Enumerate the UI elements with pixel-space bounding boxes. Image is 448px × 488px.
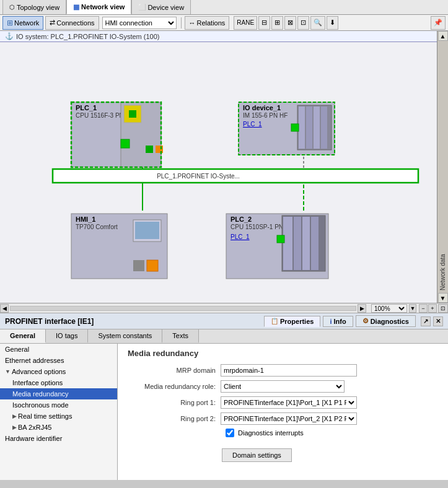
texts-subtab[interactable]: Texts xyxy=(162,329,199,343)
toolbar-zoom-in[interactable]: 🔍 xyxy=(310,16,325,30)
svg-rect-33 xyxy=(147,260,158,271)
media-role-row: Media redundancy role: Client xyxy=(128,380,438,393)
svg-rect-13 xyxy=(146,146,153,153)
toolbar-icon-5[interactable]: ⬇ xyxy=(327,16,338,30)
fit-view-btn[interactable]: ⊡ xyxy=(438,304,448,313)
svg-rect-25 xyxy=(291,124,299,131)
ring-port1-label: Ring port 1: xyxy=(128,399,221,406)
nav-ethernet[interactable]: Ethernet addresses xyxy=(0,355,117,366)
pin-button[interactable]: 📌 xyxy=(431,16,446,30)
expand-icon: ▼ xyxy=(5,368,11,375)
svg-text:IM 155-6 PN HF: IM 155-6 PN HF xyxy=(243,112,288,119)
network-diagram: PLC_1.PROFINET IO-Syste... PLC_1 CPU 151… xyxy=(0,43,434,300)
panel-header: PROFINET interface [IE1] 📋 Properties i … xyxy=(0,313,448,329)
topology-icon: ⬡ xyxy=(9,4,15,11)
h-scrollbar-track[interactable] xyxy=(10,306,356,311)
anchor-icon: ⚓ xyxy=(5,32,14,40)
svg-rect-40 xyxy=(294,217,301,270)
ring-port2-label: Ring port 2: xyxy=(128,415,221,422)
sidebar-scroll-up[interactable]: ▲ xyxy=(438,31,448,41)
scroll-left-btn[interactable]: ◀ xyxy=(0,304,9,313)
panel-undock-btn[interactable]: ↗ xyxy=(421,316,431,326)
ring-port2-row: Ring port 2: PROFINETinterface [X1]\Port… xyxy=(128,412,438,425)
panel-close-btn[interactable]: ✕ xyxy=(433,316,443,326)
toolbar-icon-4[interactable]: ⊡ xyxy=(297,16,309,30)
network-button[interactable]: ⊞ Network xyxy=(2,16,43,30)
connections-icon: ⇄ xyxy=(50,19,55,27)
properties-tab[interactable]: 📋 Properties xyxy=(264,316,320,327)
nav-realtime[interactable]: ▶ Real time settings xyxy=(0,411,117,422)
toolbar-icon-2[interactable]: ⊞ xyxy=(271,16,283,30)
ba-expand-icon: ▶ xyxy=(12,424,17,430)
diagnostics-tab[interactable]: ⚙ Diagnostics xyxy=(356,315,416,327)
nav-general[interactable]: General xyxy=(0,344,117,355)
svg-rect-43 xyxy=(277,235,284,243)
network-view-icon: ▦ xyxy=(73,3,79,11)
svg-rect-39 xyxy=(283,217,292,270)
svg-rect-12 xyxy=(121,139,130,148)
ring-port2-select[interactable]: PROFINETinterface [X1]\Port_2 [X1 P2 R] xyxy=(221,412,357,425)
svg-text:TP700 Comfort: TP700 Comfort xyxy=(76,224,118,230)
toolbar-icon-3[interactable]: ⊠ xyxy=(284,16,296,30)
nav-interface-options[interactable]: Interface options xyxy=(0,377,117,388)
svg-text:IO device_1: IO device_1 xyxy=(243,104,281,111)
info-tab-icon: i xyxy=(330,318,332,325)
media-role-label: Media redundancy role: xyxy=(128,383,221,390)
toolbar-icon-1[interactable]: ⊟ xyxy=(258,16,270,30)
network-view-tab[interactable]: ▦ Network view xyxy=(66,0,131,14)
ring-port1-select[interactable]: PROFINETinterface [X1]\Port_1 [X1 P1 R] xyxy=(221,396,357,409)
svg-rect-31 xyxy=(135,222,159,239)
svg-text:PLC_1.PROFINET IO-Syste...: PLC_1.PROFINET IO-Syste... xyxy=(157,173,240,180)
diagnostics-icon: ⚙ xyxy=(362,317,369,325)
svg-text:PLC_1: PLC_1 xyxy=(231,233,250,240)
svg-rect-21 xyxy=(299,107,305,149)
mrp-domain-row: MRP domain xyxy=(128,364,438,377)
connections-button[interactable]: ⇄ Connections xyxy=(45,16,99,30)
zoom-dropdown-btn[interactable]: ▼ xyxy=(409,304,416,313)
mrp-domain-label: MRP domain xyxy=(128,367,221,374)
io-system-banner: ⚓ IO system: PLC_1.PROFINET IO-System (1… xyxy=(0,31,448,42)
svg-rect-11 xyxy=(129,110,136,118)
network-icon: ⊞ xyxy=(7,19,13,27)
svg-text:PLC_1: PLC_1 xyxy=(76,104,97,111)
right-sidebar: ▲ Network data ▼ xyxy=(437,31,448,303)
diagnostics-checkbox[interactable] xyxy=(226,429,234,437)
ring-port1-row: Ring port 1: PROFINETinterface [X1]\Port… xyxy=(128,396,438,409)
topology-view-tab[interactable]: ⬡ Topology view xyxy=(2,0,66,14)
svg-rect-32 xyxy=(133,260,144,271)
svg-rect-23 xyxy=(314,107,320,149)
sidebar-scroll-down[interactable]: ▼ xyxy=(438,293,448,303)
diagnostics-label: Diagnostics interrupts xyxy=(238,429,304,437)
svg-text:PLC_2: PLC_2 xyxy=(231,216,252,223)
mrp-domain-input[interactable] xyxy=(221,364,357,377)
diagnostics-row: Diagnostics interrupts xyxy=(226,429,438,437)
nav-advanced[interactable]: ▼ Advanced options xyxy=(0,366,117,377)
svg-text:PLC_1: PLC_1 xyxy=(243,121,262,128)
scroll-right-btn[interactable]: ▶ xyxy=(358,304,366,313)
device-view-tab[interactable]: ⬜ Device view xyxy=(131,0,191,14)
relations-button[interactable]: ↔ Relations xyxy=(185,16,230,30)
svg-rect-42 xyxy=(311,217,318,270)
system-constants-subtab[interactable]: System constants xyxy=(88,329,162,343)
zoom-out-btn[interactable]: − xyxy=(419,304,428,313)
nav-media-redundancy[interactable]: Media redundancy xyxy=(0,388,117,399)
nav-isochronous[interactable]: Isochronous mode xyxy=(0,399,117,411)
nav-hw-id[interactable]: Hardware identifier xyxy=(0,433,117,444)
info-tab[interactable]: i Info xyxy=(323,316,353,327)
svg-rect-41 xyxy=(302,217,310,270)
general-subtab[interactable]: General xyxy=(0,329,46,343)
domain-settings-button[interactable]: Domain settings xyxy=(222,448,292,462)
properties-icon: 📋 xyxy=(271,318,278,325)
network-data-label: Network data xyxy=(438,41,447,293)
svg-text:CPU 1510SP-1 PN: CPU 1510SP-1 PN xyxy=(231,224,283,230)
rane-icon-btn[interactable]: RANE xyxy=(234,16,257,30)
relations-icon: ↔ xyxy=(189,19,196,27)
media-role-select[interactable]: Client xyxy=(221,380,345,393)
zoom-in-btn[interactable]: + xyxy=(428,304,437,313)
svg-text:HMI_1: HMI_1 xyxy=(76,216,95,223)
rt-expand-icon: ▶ xyxy=(12,413,17,419)
zoom-select[interactable]: 100% xyxy=(371,304,407,313)
nav-ba-rj45[interactable]: ▶ BA 2xRJ45 xyxy=(0,422,117,433)
io-tags-subtab[interactable]: IO tags xyxy=(46,329,88,343)
connection-type-select[interactable]: HMI connection xyxy=(102,17,177,29)
